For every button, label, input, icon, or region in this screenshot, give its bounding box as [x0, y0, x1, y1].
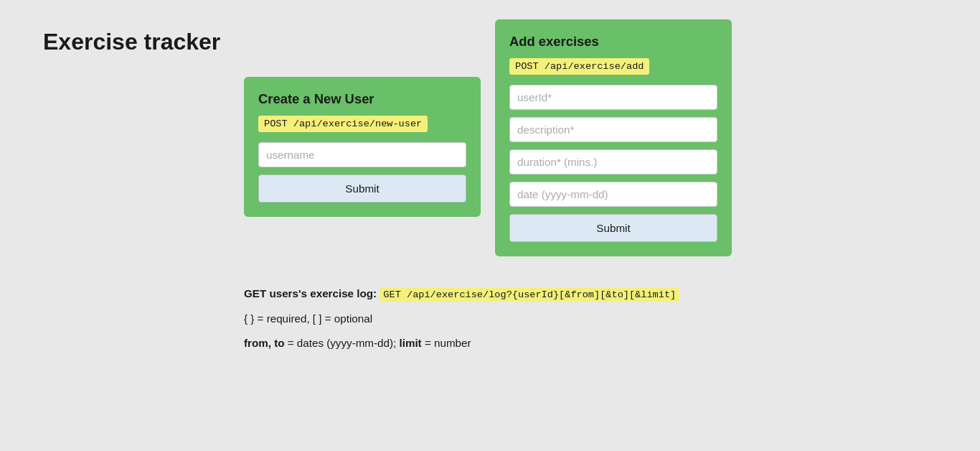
- add-exercises-endpoint: POST /api/exercise/add: [509, 58, 649, 75]
- add-exercises-title: Add exercises: [509, 34, 717, 50]
- info-section: GET users's exercise log: GET /api/exerc…: [43, 285, 937, 352]
- limit-label: limit: [399, 337, 421, 349]
- from-to-label: from, to: [244, 337, 285, 349]
- create-user-endpoint: POST /api/exercise/new-user: [258, 116, 428, 132]
- date-input[interactable]: [509, 182, 717, 207]
- cards-container: Create a New User POST /api/exercise/new…: [43, 77, 937, 256]
- username-input[interactable]: [258, 142, 466, 167]
- dates-mid-text: = dates (yyyy-mm-dd);: [285, 337, 400, 349]
- create-user-title: Create a New User: [258, 91, 466, 107]
- required-note: { } = required, [ ] = optional: [244, 312, 372, 325]
- required-note-row: { } = required, [ ] = optional: [244, 310, 937, 327]
- description-input[interactable]: [509, 117, 717, 142]
- add-exercises-card: Add exercises POST /api/exercise/add Sub…: [495, 19, 732, 256]
- log-info-row: GET users's exercise log: GET /api/exerc…: [244, 285, 937, 303]
- create-user-card: Create a New User POST /api/exercise/new…: [244, 77, 481, 217]
- dates-note-row: from, to = dates (yyyy-mm-dd); limit = n…: [244, 335, 937, 352]
- create-user-submit-button[interactable]: Submit: [258, 175, 466, 203]
- log-endpoint-badge: GET /api/exercise/log?{userId}[&from][&t…: [380, 288, 679, 302]
- limit-rest-text: = number: [422, 337, 471, 349]
- duration-input[interactable]: [509, 149, 717, 175]
- user-id-input[interactable]: [509, 85, 717, 110]
- add-exercises-submit-button[interactable]: Submit: [509, 214, 717, 242]
- page-title: Exercise tracker: [43, 29, 937, 55]
- log-label: GET users's exercise log:: [244, 287, 377, 299]
